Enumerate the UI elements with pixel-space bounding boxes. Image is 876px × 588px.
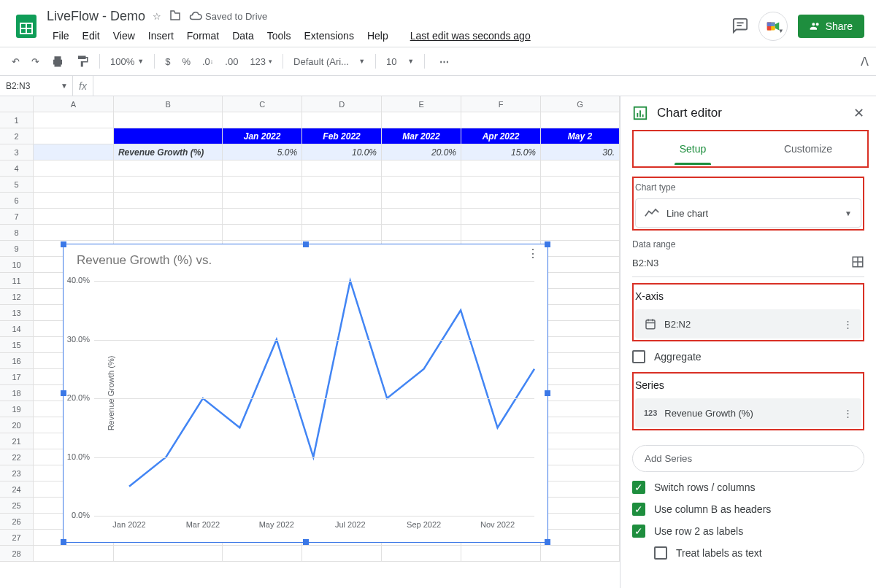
use-row-checkbox[interactable]: ✓: [632, 525, 645, 538]
move-icon[interactable]: [169, 9, 182, 24]
cell[interactable]: [541, 177, 620, 193]
series-chip[interactable]: 123 Revenue Growth (%) ⋮: [635, 398, 861, 428]
cell[interactable]: [34, 225, 114, 241]
cell[interactable]: [541, 465, 620, 481]
undo-button[interactable]: ↶: [7, 53, 24, 70]
redo-button[interactable]: ↷: [27, 53, 44, 70]
zoom-select[interactable]: 100% ▼: [106, 53, 148, 70]
cell[interactable]: [461, 177, 541, 193]
col-header[interactable]: C: [223, 96, 302, 112]
cell[interactable]: [541, 546, 620, 562]
col-header[interactable]: E: [382, 96, 461, 112]
cell[interactable]: [34, 209, 114, 225]
row-header[interactable]: 25: [0, 498, 34, 514]
cell[interactable]: Feb 2022: [302, 128, 382, 144]
cell[interactable]: [541, 449, 620, 465]
cell[interactable]: [382, 112, 461, 128]
cell[interactable]: [34, 112, 114, 128]
dec-increase-button[interactable]: .00: [220, 53, 242, 70]
select-all-corner[interactable]: [0, 96, 34, 112]
cell[interactable]: [223, 193, 302, 209]
cell[interactable]: [302, 193, 382, 209]
cell[interactable]: [541, 241, 620, 257]
cell[interactable]: [114, 112, 223, 128]
cell[interactable]: [541, 289, 620, 305]
menu-file[interactable]: File: [47, 27, 75, 45]
row-header[interactable]: 17: [0, 369, 34, 385]
cell[interactable]: 20.0%: [382, 144, 461, 160]
meet-button[interactable]: ▼: [758, 12, 788, 41]
cell[interactable]: [223, 209, 302, 225]
cell[interactable]: [541, 530, 620, 546]
use-col-checkbox[interactable]: ✓: [632, 503, 645, 516]
row-header[interactable]: 22: [0, 449, 34, 465]
cell[interactable]: [223, 546, 302, 562]
cell[interactable]: [541, 417, 620, 433]
col-header[interactable]: F: [461, 96, 541, 112]
cell[interactable]: [382, 177, 461, 193]
row-header[interactable]: 20: [0, 417, 34, 433]
menu-edit[interactable]: Edit: [77, 27, 106, 45]
row-header[interactable]: 15: [0, 337, 34, 353]
cell[interactable]: [461, 209, 541, 225]
font-size-select[interactable]: 10 ▼: [382, 53, 418, 70]
row-header[interactable]: 18: [0, 385, 34, 401]
xaxis-menu-icon[interactable]: ⋮: [843, 319, 853, 330]
cell[interactable]: [541, 514, 620, 530]
cell[interactable]: [541, 321, 620, 337]
cell[interactable]: Revenue Growth (%): [114, 144, 223, 160]
cell[interactable]: [34, 144, 114, 160]
cell[interactable]: [34, 546, 114, 562]
cell[interactable]: Apr 2022: [461, 128, 541, 144]
sheets-logo[interactable]: [12, 12, 41, 41]
font-select[interactable]: Default (Ari... ▼: [289, 53, 369, 70]
row-header[interactable]: 21: [0, 433, 34, 449]
row-header[interactable]: 16: [0, 353, 34, 369]
row-header[interactable]: 10: [0, 257, 34, 273]
close-icon[interactable]: ✕: [853, 105, 864, 121]
cell[interactable]: [114, 128, 223, 144]
cell[interactable]: [541, 385, 620, 401]
col-header[interactable]: B: [114, 96, 223, 112]
cell[interactable]: [34, 160, 114, 177]
row-header[interactable]: 14: [0, 321, 34, 337]
row-header[interactable]: 4: [0, 160, 34, 177]
row-header[interactable]: 26: [0, 514, 34, 530]
col-header[interactable]: A: [34, 96, 114, 112]
cell[interactable]: 10.0%: [302, 144, 382, 160]
cell[interactable]: [382, 225, 461, 241]
tab-setup[interactable]: Setup: [635, 133, 750, 165]
row-header[interactable]: 13: [0, 305, 34, 321]
cell[interactable]: [541, 401, 620, 417]
row-header[interactable]: 28: [0, 546, 34, 562]
row-header[interactable]: 2: [0, 128, 34, 144]
cell[interactable]: 5.0%: [223, 144, 302, 160]
print-button[interactable]: [47, 52, 69, 71]
cell[interactable]: May 2: [541, 128, 620, 144]
cell[interactable]: [541, 112, 620, 128]
share-button[interactable]: Share: [798, 15, 864, 38]
cell[interactable]: [541, 160, 620, 177]
cell[interactable]: [541, 369, 620, 385]
cell[interactable]: [461, 112, 541, 128]
row-header[interactable]: 23: [0, 465, 34, 481]
star-icon[interactable]: ☆: [153, 11, 161, 22]
row-header[interactable]: 9: [0, 241, 34, 257]
aggregate-checkbox[interactable]: [632, 350, 645, 363]
cell[interactable]: [114, 225, 223, 241]
format-number-button[interactable]: 123▾: [245, 53, 277, 70]
cell[interactable]: [114, 193, 223, 209]
cell[interactable]: 15.0%: [461, 144, 541, 160]
paint-format-button[interactable]: [72, 52, 93, 71]
col-header[interactable]: D: [302, 96, 382, 112]
cell[interactable]: [541, 305, 620, 321]
chart-object[interactable]: Revenue Growth (%) vs. ⋮ Revenue Growth …: [63, 244, 548, 543]
cell[interactable]: [541, 209, 620, 225]
cell[interactable]: [461, 160, 541, 177]
row-header[interactable]: 12: [0, 289, 34, 305]
name-box[interactable]: B2:N3▼: [0, 76, 73, 96]
cell[interactable]: [541, 225, 620, 241]
row-header[interactable]: 19: [0, 401, 34, 417]
cell[interactable]: [114, 160, 223, 177]
spreadsheet-grid[interactable]: ABCDEFG 12Jan 2022Feb 2022Mar 2022Apr 20…: [0, 96, 620, 588]
